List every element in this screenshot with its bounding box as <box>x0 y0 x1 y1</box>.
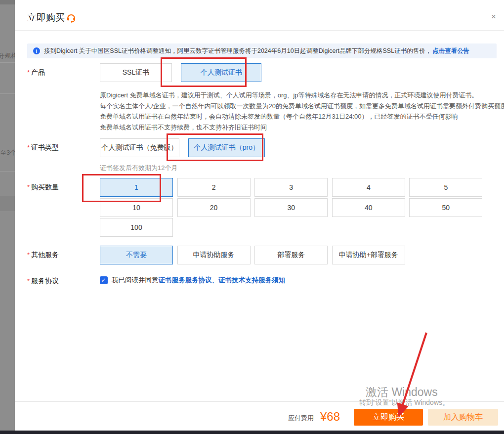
description-line: 免费单域名试用证书在自然年结束时，会自动清除未签发的数量（每个自然年12月31日… <box>100 111 504 122</box>
agreement-label: *服务协议 <box>27 277 59 286</box>
quantity-option-4[interactable]: 4 <box>332 178 405 197</box>
notice-announcement-link[interactable]: 点击查看公告 <box>432 47 469 55</box>
background-row-band <box>0 196 15 211</box>
quantity-option-30[interactable]: 30 <box>254 198 328 217</box>
product-option-ssl-cert[interactable]: SSL证书 <box>100 63 172 82</box>
dialog-header: 立即购买 × <box>15 0 504 31</box>
required-asterisk: * <box>27 69 30 76</box>
quantity-option-20[interactable]: 20 <box>177 198 251 217</box>
other-services-label: *其他服务 <box>27 251 59 260</box>
agreement-links[interactable]: 证书服务服务协议、证书技术支持服务须知 <box>159 276 286 285</box>
service-option-none[interactable]: 不需要 <box>100 246 173 264</box>
cert-type-label: *证书类型 <box>27 143 59 152</box>
windows-activation-watermark-sub: 转到“设置”以激活 Windows。 <box>359 398 449 407</box>
service-option-deploy[interactable]: 部署服务 <box>254 246 328 264</box>
notice-text: 接到Digicert 关于中国区SSL证书价格调整通知，阿里云数字证书管理服务将… <box>44 47 431 55</box>
agreement-text: 我已阅读并同意 <box>112 276 159 285</box>
background-divider <box>0 93 15 94</box>
quantity-option-50[interactable]: 50 <box>409 198 482 217</box>
cert-validity-note: 证书签发后有效期为12个月 <box>100 164 177 173</box>
add-to-cart-button[interactable]: 加入购物车 <box>428 409 498 426</box>
dialog-title: 立即购买 <box>27 11 65 24</box>
product-row: *产品 SSL证书 个人测试证书 <box>27 63 261 82</box>
agreement-row: *服务协议 我已阅读并同意 证书服务服务协议、证书技术支持服务须知 <box>27 276 285 285</box>
background-header-band <box>0 0 15 4</box>
background-divider <box>0 171 15 172</box>
cert-type-row: *证书类型 个人测试证书（免费版） 个人测试证书（pro） <box>27 138 265 157</box>
price-notice-banner: i 接到Digicert 关于中国区SSL证书价格调整通知，阿里云数字证书管理服… <box>27 43 497 58</box>
quantity-option-2[interactable]: 2 <box>177 178 251 197</box>
product-label: *产品 <box>27 68 45 77</box>
background-clipped-text: 分规格 <box>0 51 15 60</box>
required-asterisk: * <box>27 277 30 285</box>
product-option-personal-test-cert[interactable]: 个人测试证书 <box>181 63 261 82</box>
service-option-assist-deploy[interactable]: 申请协助+部署服务 <box>332 246 405 264</box>
dimmed-background-page: 分规格 至3个 <box>0 0 15 431</box>
cert-type-option-pro[interactable]: 个人测试证书（pro） <box>188 138 265 157</box>
required-asterisk: * <box>27 183 30 191</box>
fee-amount: ¥68 <box>320 410 340 424</box>
description-line: 免费单域名试用证书不支持续费，也不支持补齐旧证书时间 <box>100 122 504 133</box>
background-divider <box>0 62 15 63</box>
quantity-option-5[interactable]: 5 <box>409 178 482 197</box>
quantity-option-10[interactable]: 10 <box>100 198 173 217</box>
required-asterisk: * <box>27 251 30 259</box>
quantity-option-1[interactable]: 1 <box>100 178 173 197</box>
close-icon[interactable]: × <box>491 12 496 21</box>
description-line: 每个实名主体个人/企业，一个自然年内可以领取一次数量为20的免费单域名试用证书额… <box>100 101 504 112</box>
quantity-label: *购买数量 <box>27 183 59 192</box>
fee-label: 应付费用 <box>288 414 314 423</box>
quantity-option-100[interactable]: 100 <box>100 218 173 237</box>
quantity-option-40[interactable]: 40 <box>332 198 405 217</box>
bottom-dark-band <box>0 431 504 434</box>
service-option-apply-assist[interactable]: 申请协助服务 <box>177 246 251 264</box>
description-line: 原Digicert 免费单域名证书，建议用于测试、个人试用等场景，org、jp等… <box>100 90 504 101</box>
background-clipped-text: 至3个 <box>0 148 15 157</box>
windows-activation-watermark: 激活 Windows <box>366 385 438 400</box>
quantity-option-3[interactable]: 3 <box>254 178 328 197</box>
required-asterisk: * <box>27 144 30 151</box>
cert-type-option-free[interactable]: 个人测试证书（免费版） <box>100 138 179 157</box>
quantity-row: *购买数量 1 2 3 4 5 10 20 30 40 50 100 <box>27 178 482 237</box>
other-services-row: *其他服务 不需要 申请协助服务 部署服务 申请协助+部署服务 <box>27 246 405 264</box>
headset-support-icon[interactable] <box>66 12 77 25</box>
info-icon: i <box>33 47 40 54</box>
buy-now-button[interactable]: 立即购买 <box>354 409 423 426</box>
agreement-checkbox[interactable] <box>100 276 108 284</box>
product-description: 原Digicert 免费单域名证书，建议用于测试、个人试用等场景，org、jp等… <box>100 90 504 132</box>
buy-now-dialog: 立即购买 × i 接到Digicert 关于中国区SSL证书价格调整通知，阿里云… <box>15 0 504 431</box>
